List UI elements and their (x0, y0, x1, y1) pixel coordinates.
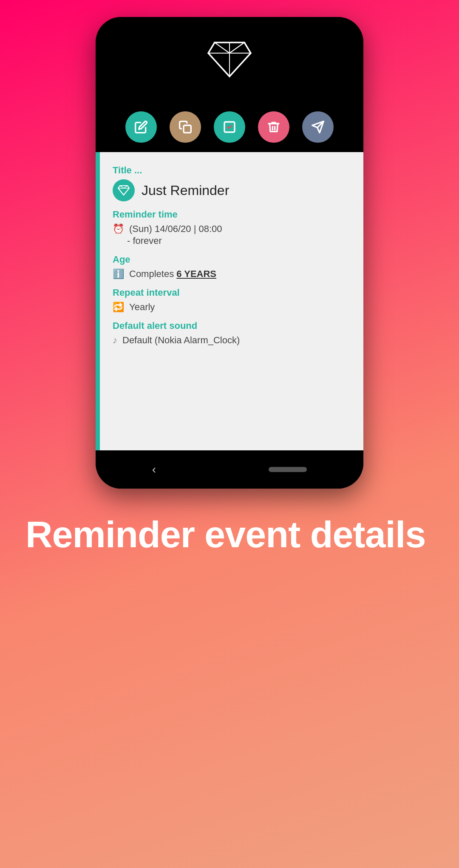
repeat-value: Yearly (129, 302, 155, 313)
edit-button[interactable] (125, 111, 157, 143)
repeat-icon: 🔁 (113, 302, 124, 313)
svg-marker-5 (215, 42, 230, 53)
svg-marker-4 (230, 42, 251, 53)
svg-rect-9 (184, 125, 191, 133)
svg-marker-3 (208, 42, 230, 53)
sound-row: ♪ Default (Nokia Alarm_Clock) (113, 335, 348, 346)
repeat-label: Repeat interval (113, 287, 348, 298)
home-pill[interactable] (269, 467, 307, 472)
promo-headline: Reminder event details (26, 514, 434, 555)
clock-icon: ⏰ (113, 223, 124, 235)
age-text: Completes 6 YEARS (129, 269, 216, 280)
svg-marker-1 (208, 53, 230, 76)
action-buttons-row (96, 102, 363, 152)
title-label: Title ... (113, 165, 348, 176)
sound-label: Default alert sound (113, 320, 348, 331)
svg-line-18 (124, 188, 129, 195)
age-value: 6 YEARS (176, 269, 216, 279)
age-row: ℹ️ Completes 6 YEARS (113, 269, 348, 280)
left-accent (96, 152, 100, 450)
info-icon: ℹ️ (113, 269, 124, 280)
phone-top-area (96, 17, 363, 102)
copy-button[interactable] (170, 111, 201, 143)
back-button[interactable]: ‹ (152, 463, 156, 476)
music-icon: ♪ (113, 335, 117, 346)
delete-button[interactable] (258, 111, 289, 143)
diamond-icon (206, 38, 253, 81)
reminder-title: Just Reminder (142, 183, 229, 198)
reminder-time-label: Reminder time (113, 209, 348, 220)
app-icon-circle (113, 179, 135, 201)
send-button[interactable] (302, 111, 334, 143)
check-button[interactable] (214, 111, 245, 143)
svg-marker-2 (230, 53, 251, 76)
title-row: Just Reminder (113, 179, 348, 201)
svg-marker-6 (230, 42, 244, 53)
promo-area: Reminder event details (0, 489, 459, 555)
phone-bottom-nav: ‹ (96, 450, 363, 489)
reminder-time-value: (Sun) 14/06/20 | 08:00 (129, 223, 222, 235)
sound-value: Default (Nokia Alarm_Clock) (122, 335, 240, 346)
forever-text: - forever (127, 235, 162, 246)
forever-row: - forever (127, 235, 348, 246)
card-inner: Title ... Just Reminder Reminder time (104, 165, 348, 346)
age-label: Age (113, 254, 348, 265)
repeat-row: 🔁 Yearly (113, 302, 348, 313)
content-card: Title ... Just Reminder Reminder time (96, 152, 363, 450)
reminder-time-row: ⏰ (Sun) 14/06/20 | 08:00 (113, 223, 348, 235)
phone-shell: Title ... Just Reminder Reminder time (96, 17, 363, 489)
diamond-small-icon (117, 184, 130, 197)
svg-line-17 (118, 188, 124, 195)
